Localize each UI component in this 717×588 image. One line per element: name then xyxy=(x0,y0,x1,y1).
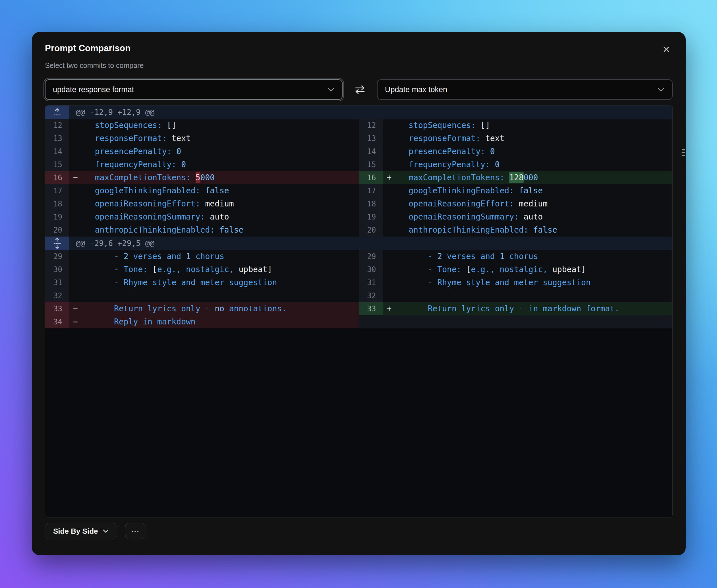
hunk-header-text: @@ -29,6 +29,5 @@ xyxy=(69,236,672,250)
line-number-gutter: 33 xyxy=(45,302,69,315)
line-number-gutter: 29 xyxy=(359,250,383,263)
line-number-gutter: 14 xyxy=(45,145,69,158)
line-number-gutter: 18 xyxy=(359,197,383,210)
desktop-background: ✕ Prompt Comparison Select two commits t… xyxy=(0,0,717,588)
diff-row: 30 - Tone: [e.g., nostalgic, upbeat]30 -… xyxy=(45,263,672,276)
diff-row: 29 - 2 verses and 1 chorus29 - 2 verses … xyxy=(45,250,672,263)
code-line xyxy=(383,315,673,329)
view-mode-label: Side By Side xyxy=(53,527,98,536)
chevron-down-icon xyxy=(327,87,335,92)
hunk-header: @@ -29,6 +29,5 @@ xyxy=(45,236,672,250)
code-line: − Reply in markdown xyxy=(69,315,359,329)
dialog-subtitle: Select two commits to compare xyxy=(45,61,673,70)
code-line: - Rhyme style and meter suggestion xyxy=(383,276,673,289)
chevron-down-icon xyxy=(657,87,665,92)
line-number-gutter: 16 xyxy=(45,171,69,184)
more-options-button[interactable]: ⋯ xyxy=(125,523,146,539)
expand-up-down-icon[interactable] xyxy=(45,236,69,250)
code-line: responseFormat: text xyxy=(383,132,673,145)
diff-marker: + xyxy=(387,302,392,315)
diff-row: 31 - Rhyme style and meter suggestion31 … xyxy=(45,276,672,289)
line-number-gutter: 31 xyxy=(359,276,383,289)
diff-row: 12 stopSequences: []12 stopSequences: [] xyxy=(45,119,672,132)
line-number-gutter: 20 xyxy=(45,224,69,236)
diff-row: 34− Reply in markdown xyxy=(45,315,672,329)
dialog-title: Prompt Comparison xyxy=(45,43,673,54)
code-line: stopSequences: [] xyxy=(383,119,673,132)
line-number-gutter: 18 xyxy=(45,197,69,210)
diff-row: 15 frequencyPenalty: 015 frequencyPenalt… xyxy=(45,158,672,171)
code-line: stopSequences: [] xyxy=(69,119,359,132)
diff-marker: − xyxy=(73,171,78,184)
left-commit-select[interactable]: update response format xyxy=(45,79,342,100)
line-number-gutter: 12 xyxy=(359,119,383,132)
code-line: - Tone: [e.g., nostalgic, upbeat] xyxy=(383,263,673,276)
code-line: responseFormat: text xyxy=(69,132,359,145)
line-number-gutter: 17 xyxy=(359,184,383,197)
diff-row: 20 anthropicThinkingEnabled: false20 ant… xyxy=(45,224,672,236)
right-commit-value: Update max token xyxy=(385,85,447,94)
code-line: openaiReasoningEffort: medium xyxy=(383,197,673,210)
hunk-header-text: @@ -12,9 +12,9 @@ xyxy=(69,105,672,119)
diff-marker: − xyxy=(73,315,78,329)
diff-marker: − xyxy=(73,302,78,315)
line-number-gutter xyxy=(359,315,383,329)
prompt-comparison-dialog: ✕ Prompt Comparison Select two commits t… xyxy=(32,32,686,555)
line-number-gutter: 31 xyxy=(45,276,69,289)
line-number-gutter: 29 xyxy=(45,250,69,263)
code-line: - Tone: [e.g., nostalgic, upbeat] xyxy=(69,263,359,276)
code-line: googleThinkingEnabled: false xyxy=(383,184,673,197)
commit-selector-row: update response format Update max token xyxy=(45,79,673,100)
diff-row: 13 responseFormat: text13 responseFormat… xyxy=(45,132,672,145)
line-number-gutter: 34 xyxy=(45,315,69,329)
diff-row: 33− Return lyrics only - no annotations.… xyxy=(45,302,672,315)
diff-row: 16− maxCompletionTokens: 500016+ maxComp… xyxy=(45,171,672,184)
code-line: openaiReasoningEffort: medium xyxy=(69,197,359,210)
chevron-down-icon xyxy=(103,529,109,533)
line-number-gutter: 20 xyxy=(359,224,383,236)
code-line: anthropicThinkingEnabled: false xyxy=(69,224,359,236)
code-line xyxy=(69,289,359,302)
code-line: presencePenalty: 0 xyxy=(69,145,359,158)
code-line: openaiReasoningSummary: auto xyxy=(69,210,359,224)
code-line: - 2 verses and 1 chorus xyxy=(69,250,359,263)
line-number-gutter: 32 xyxy=(45,289,69,302)
expand-up-icon[interactable] xyxy=(45,105,69,119)
diff-row: 14 presencePenalty: 014 presencePenalty:… xyxy=(45,145,672,158)
code-line: - Rhyme style and meter suggestion xyxy=(69,276,359,289)
diff-row: 18 openaiReasoningEffort: medium18 opena… xyxy=(45,197,672,210)
code-line: presencePenalty: 0 xyxy=(383,145,673,158)
line-number-gutter: 33 xyxy=(359,302,383,315)
code-line: − maxCompletionTokens: 5000 xyxy=(69,171,359,184)
line-number-gutter: 19 xyxy=(45,210,69,224)
code-line xyxy=(383,289,673,302)
code-line: - 2 verses and 1 chorus xyxy=(383,250,673,263)
close-button[interactable]: ✕ xyxy=(658,42,674,58)
diff-viewer: @@ -12,9 +12,9 @@12 stopSequences: []12 … xyxy=(45,105,673,518)
line-number-gutter: 15 xyxy=(45,158,69,171)
footer-toolbar: Side By Side ⋯ xyxy=(45,523,673,539)
line-number-gutter: 12 xyxy=(45,119,69,132)
resize-grip[interactable] xyxy=(682,149,685,156)
code-line: + Return lyrics only - in markdown forma… xyxy=(383,302,673,315)
code-line: − Return lyrics only - no annotations. xyxy=(69,302,359,315)
diff-row: 3232 xyxy=(45,289,672,302)
line-number-gutter: 14 xyxy=(359,145,383,158)
swap-commits-button[interactable] xyxy=(352,83,368,96)
line-number-gutter: 13 xyxy=(45,132,69,145)
view-mode-select[interactable]: Side By Side xyxy=(45,523,117,539)
line-number-gutter: 16 xyxy=(359,171,383,184)
line-number-gutter: 32 xyxy=(359,289,383,302)
line-number-gutter: 30 xyxy=(45,263,69,276)
code-line: frequencyPenalty: 0 xyxy=(383,158,673,171)
hunk-header: @@ -12,9 +12,9 @@ xyxy=(45,105,672,119)
code-line: anthropicThinkingEnabled: false xyxy=(383,224,673,236)
left-commit-value: update response format xyxy=(53,85,134,94)
line-number-gutter: 13 xyxy=(359,132,383,145)
code-line: googleThinkingEnabled: false xyxy=(69,184,359,197)
diff-row: 17 googleThinkingEnabled: false17 google… xyxy=(45,184,672,197)
code-line: + maxCompletionTokens: 128000 xyxy=(383,171,673,184)
diff-row: 19 openaiReasoningSummary: auto19 openai… xyxy=(45,210,672,224)
swap-icon xyxy=(354,85,366,94)
right-commit-select[interactable]: Update max token xyxy=(377,79,673,100)
